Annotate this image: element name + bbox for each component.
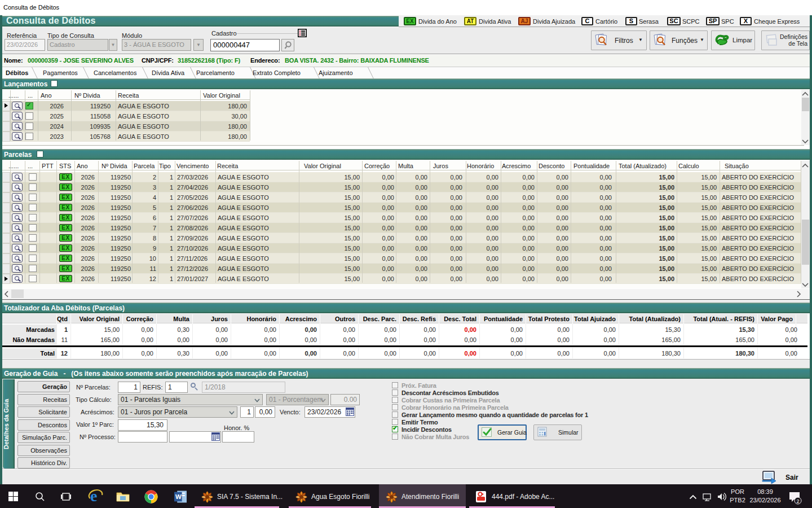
svg-text:W: W [175,493,182,500]
svg-text:2: 2 [797,498,800,504]
